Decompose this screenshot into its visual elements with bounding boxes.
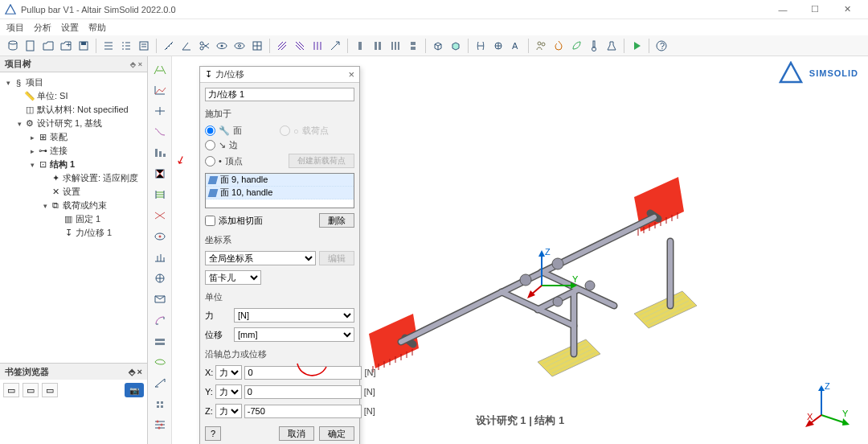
vtb-17[interactable] <box>151 396 169 412</box>
vtb-16[interactable] <box>151 375 169 391</box>
tb-bar4-icon[interactable] <box>405 38 421 54</box>
coord-system-select[interactable]: 全局坐标系 <box>205 251 316 265</box>
tb-save-icon[interactable] <box>76 38 92 54</box>
tb-bar3-icon[interactable] <box>387 38 403 54</box>
bookmark-camera-icon[interactable]: 📷 <box>125 383 144 397</box>
selection-list[interactable]: 面 9, handle 面 10, handle <box>205 173 354 208</box>
load-name-input[interactable] <box>205 88 354 101</box>
y-value-input[interactable] <box>244 385 362 399</box>
vtb-3[interactable] <box>151 103 169 119</box>
tb-bar1-icon[interactable] <box>352 38 368 54</box>
close-button[interactable]: ✕ <box>831 1 863 18</box>
y-unit[interactable]: [N] <box>364 387 375 397</box>
bookmark-slot-3[interactable]: ▭ <box>42 383 58 397</box>
vtb-10[interactable] <box>151 249 169 265</box>
menu-settings[interactable]: 设置 <box>61 22 79 34</box>
vtb-4[interactable] <box>151 124 169 140</box>
tb-eye2-icon[interactable] <box>231 38 248 54</box>
force-unit-select[interactable]: [N] <box>234 308 354 323</box>
tb-cube2-icon[interactable] <box>448 38 464 54</box>
tangent-checkbox[interactable]: 添加相切面 <box>205 215 263 227</box>
tree-assembly[interactable]: ▸⊞装配 <box>0 130 147 144</box>
bookmark-slot-2[interactable]: ▭ <box>23 383 39 397</box>
radio-face[interactable]: 🔧面 <box>205 125 280 137</box>
vtb-9[interactable] <box>151 228 169 245</box>
tb-cube1-icon[interactable] <box>430 38 446 54</box>
tb-arrow-icon[interactable] <box>327 38 343 54</box>
tb-flask-icon[interactable] <box>604 38 620 54</box>
help-button[interactable]: ? <box>205 426 221 441</box>
tb-fire-icon[interactable] <box>551 38 567 54</box>
y-mode-select[interactable]: 力 <box>215 384 242 399</box>
coord-type-select[interactable]: 笛卡儿 <box>205 270 261 285</box>
tree-solve[interactable]: ✦求解设置: 适应刚度 <box>0 171 147 185</box>
vtb-5[interactable] <box>151 145 169 161</box>
project-tree[interactable]: ▾§项目 📏单位: SI ◫默认材料: Not specified ▾⚙设计研究… <box>0 72 147 363</box>
tb-hatch1-icon[interactable] <box>274 38 290 54</box>
tb-play-icon[interactable] <box>628 38 645 54</box>
tree-material[interactable]: ◫默认材料: Not specified <box>0 103 147 117</box>
tb-text-icon[interactable]: A <box>508 38 524 54</box>
minimize-button[interactable]: ― <box>767 1 799 18</box>
vtb-14[interactable] <box>151 333 169 349</box>
tb-db-icon[interactable] <box>5 38 21 54</box>
menu-analysis[interactable]: 分析 <box>34 22 51 34</box>
tb-help-icon[interactable]: ? <box>653 38 669 54</box>
ok-button[interactable]: 确定 <box>319 426 354 441</box>
panel-pin-icon[interactable]: ⬘ × <box>130 60 142 68</box>
tree-forcedisp[interactable]: ↧力/位移 1 <box>0 226 147 240</box>
tb-leaf-icon[interactable] <box>568 38 584 54</box>
tb-open-icon[interactable] <box>40 38 56 54</box>
delete-button[interactable]: 删除 <box>319 213 354 228</box>
disp-unit-select[interactable]: [mm] <box>234 327 354 342</box>
tb-tool2-icon[interactable] <box>490 38 506 54</box>
vtb-7[interactable] <box>151 187 169 203</box>
tb-eye-icon[interactable] <box>214 38 230 54</box>
x-unit[interactable]: [N] <box>364 368 375 377</box>
tree-loads[interactable]: ▾⧉载荷或约束 <box>0 199 147 212</box>
tb-scissors-icon[interactable] <box>196 38 212 54</box>
vtb-12[interactable] <box>151 291 169 307</box>
tb-hatch3-icon[interactable] <box>309 38 326 54</box>
vtb-15[interactable] <box>151 354 169 370</box>
tb-tree-icon[interactable] <box>118 38 134 54</box>
z-mode-select[interactable]: 力 <box>215 404 242 418</box>
vtb-18[interactable] <box>151 417 169 433</box>
tree-fixed[interactable]: ▥固定 1 <box>0 212 147 226</box>
menu-project[interactable]: 项目 <box>6 22 24 34</box>
z-value-input[interactable] <box>244 405 362 418</box>
tb-bar2-icon[interactable] <box>370 38 386 54</box>
vtb-11[interactable] <box>151 270 169 286</box>
tree-unit[interactable]: 📏单位: SI <box>0 89 147 103</box>
maximize-button[interactable]: ☐ <box>799 1 831 18</box>
tb-hatch2-icon[interactable] <box>292 38 308 54</box>
bookmark-slot-1[interactable]: ▭ <box>3 383 19 397</box>
tb-add-icon[interactable]: + <box>58 38 74 54</box>
tb-new-icon[interactable] <box>23 38 39 54</box>
x-mode-select[interactable]: 力 <box>215 365 242 380</box>
z-unit[interactable]: [N] <box>364 406 375 416</box>
vtb-6[interactable] <box>151 166 169 182</box>
tree-connection[interactable]: ▸⊶连接 <box>0 144 147 158</box>
tree-structure[interactable]: ▾⊡结构 1 <box>0 158 147 171</box>
tb-people-icon[interactable] <box>533 38 549 54</box>
vtb-8[interactable] <box>151 208 169 224</box>
tree-study[interactable]: ▾⚙设计研究 1, 基线 <box>0 117 147 130</box>
tb-log-icon[interactable] <box>136 38 152 54</box>
tb-list-icon[interactable] <box>100 38 117 54</box>
tb-measure-icon[interactable] <box>161 38 177 54</box>
menu-help[interactable]: 帮助 <box>88 22 106 34</box>
vtb-2[interactable] <box>151 82 169 98</box>
cancel-button[interactable]: 取消 <box>279 426 314 441</box>
tb-tool1-icon[interactable] <box>473 38 489 54</box>
tb-grid-icon[interactable] <box>249 38 265 54</box>
bookmark-pin-icon[interactable]: ⬘ × <box>129 367 142 377</box>
vtb-13[interactable] <box>151 312 169 328</box>
vtb-1[interactable] <box>151 61 169 77</box>
tree-setup[interactable]: ✕设置 <box>0 185 147 199</box>
tb-thermo-icon[interactable] <box>586 38 602 54</box>
radio-vertex[interactable]: •顶点 <box>205 154 280 168</box>
tree-root[interactable]: ▾§项目 <box>0 76 147 89</box>
radio-edge[interactable]: ↘边 <box>205 139 280 151</box>
dialog-close-icon[interactable]: × <box>348 68 354 80</box>
